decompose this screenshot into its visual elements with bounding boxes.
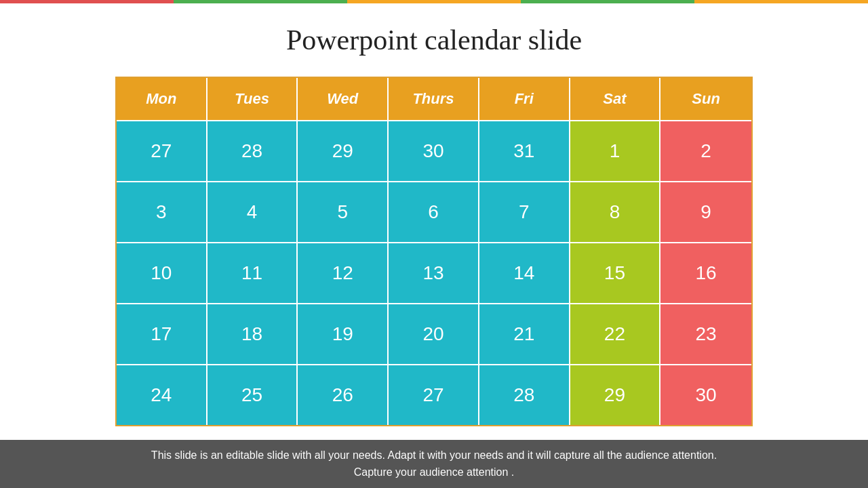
calendar-cell-2-2: 12: [298, 243, 389, 303]
calendar-cell-2-0: 10: [117, 243, 208, 303]
calendar-cell-2-3: 13: [389, 243, 479, 303]
calendar-cell-0-5: 1: [570, 121, 661, 181]
calendar-cell-0-6: 2: [660, 121, 751, 181]
calendar-cell-2-6: 16: [660, 243, 751, 303]
header-cell-fri: Fri: [479, 78, 570, 120]
calendar-cell-1-6: 9: [660, 182, 751, 242]
calendar-body: 2728293031123456789101112131415161718192…: [117, 120, 751, 425]
calendar-cell-3-3: 20: [389, 304, 479, 364]
calendar-cell-1-0: 3: [117, 182, 208, 242]
header-cell-sat: Sat: [570, 78, 661, 120]
calendar-cell-3-2: 19: [298, 304, 389, 364]
calendar-row-1: 3456789: [117, 181, 751, 242]
calendar-cell-1-2: 5: [298, 182, 389, 242]
calendar-row-3: 17181920212223: [117, 303, 751, 364]
header-cell-thurs: Thurs: [389, 78, 479, 120]
calendar-cell-1-4: 7: [479, 182, 570, 242]
calendar-cell-4-1: 25: [208, 365, 298, 425]
calendar-cell-4-6: 30: [660, 365, 751, 425]
calendar-cell-4-2: 26: [298, 365, 389, 425]
calendar-cell-0-0: 27: [117, 121, 208, 181]
calendar-cell-1-1: 4: [208, 182, 298, 242]
calendar-header: MonTuesWedThursFriSatSun: [117, 78, 751, 120]
calendar-cell-3-1: 18: [208, 304, 298, 364]
calendar-row-0: 272829303112: [117, 120, 751, 181]
calendar-cell-3-4: 21: [479, 304, 570, 364]
calendar-cell-3-5: 22: [570, 304, 661, 364]
calendar-cell-3-0: 17: [117, 304, 208, 364]
calendar-cell-4-4: 28: [479, 365, 570, 425]
header-cell-sun: Sun: [660, 78, 751, 120]
calendar-cell-4-5: 29: [570, 365, 661, 425]
calendar-cell-0-4: 31: [479, 121, 570, 181]
calendar-cell-2-5: 15: [570, 243, 661, 303]
calendar-cell-1-3: 6: [389, 182, 479, 242]
calendar-cell-0-3: 30: [389, 121, 479, 181]
footer-line2: Capture your audience attention .: [354, 466, 515, 478]
footer-text: This slide is an editable slide with all…: [151, 447, 717, 481]
calendar-cell-3-6: 23: [660, 304, 751, 364]
calendar-cell-4-3: 27: [389, 365, 479, 425]
header-cell-wed: Wed: [298, 78, 389, 120]
calendar: MonTuesWedThursFriSatSun 272829303112345…: [115, 77, 753, 426]
calendar-cell-0-1: 28: [208, 121, 298, 181]
calendar-cell-4-0: 24: [117, 365, 208, 425]
calendar-cell-0-2: 29: [298, 121, 389, 181]
slide-title: Powerpoint calendar slide: [286, 24, 582, 56]
calendar-row-2: 10111213141516: [117, 242, 751, 303]
header-cell-mon: Mon: [117, 78, 208, 120]
calendar-row-4: 24252627282930: [117, 364, 751, 425]
calendar-cell-1-5: 8: [570, 182, 661, 242]
header-cell-tues: Tues: [208, 78, 298, 120]
calendar-cell-2-4: 14: [479, 243, 570, 303]
main-content: Powerpoint calendar slide MonTuesWedThur…: [0, 3, 868, 440]
footer-line1: This slide is an editable slide with all…: [151, 449, 717, 461]
footer-bar: This slide is an editable slide with all…: [0, 440, 868, 488]
calendar-cell-2-1: 11: [208, 243, 298, 303]
